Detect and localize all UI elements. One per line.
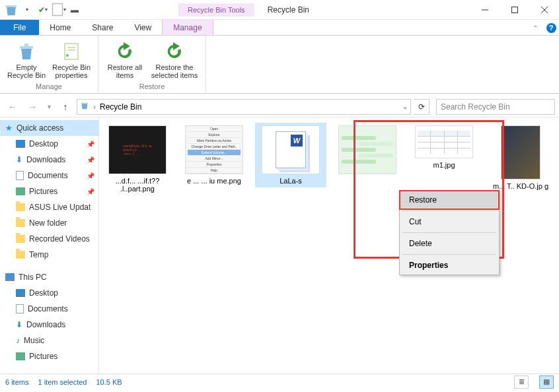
folder-icon [16, 235, 25, 243]
qat-dropdown-icon[interactable]: ▾ [20, 3, 34, 17]
file-label: LaLa-s [280, 177, 302, 185]
search-placeholder: Search Recycle Bin [441, 102, 510, 112]
tab-view[interactable]: View [124, 20, 162, 35]
downloads-icon: ⬇ [16, 320, 22, 329]
close-button[interactable] [529, 0, 559, 20]
pc-icon [5, 273, 15, 281]
restore-all-button[interactable]: Restore all items [104, 38, 146, 81]
status-item-count: 6 items [5, 378, 28, 386]
file-thumb [415, 125, 473, 158]
empty-bin-icon [16, 41, 37, 62]
restore-selected-button[interactable]: Restore the selected items [149, 38, 200, 81]
tab-file[interactable]: File [0, 20, 39, 35]
file-thumb: user@host:~$ ls -la drwxr-x 2 ... -rw-r-… [108, 125, 167, 174]
status-selected: 1 item selected [38, 378, 87, 386]
file-item-6[interactable]: m... T.. KD-O.jp g [485, 123, 556, 193]
sidebar-item-recordedvideos[interactable]: Recorded Videos [0, 231, 98, 247]
file-item-2[interactable]: OpenExploreMark Partition as ActiveChang… [178, 123, 250, 187]
navbar: ← → ▾ ↑ › Recycle Bin ⌄ ⟳ Search Recycle… [0, 96, 559, 117]
content-pane[interactable]: user@host:~$ ls -la drwxr-x 2 ... -rw-r-… [99, 117, 559, 374]
sidebar-label: Pictures [29, 352, 57, 361]
ribbon: Empty Recycle Bin Recycle Bin properties… [0, 36, 559, 94]
qat-customize-icon[interactable]: ▬ [67, 3, 82, 17]
sidebar-item-temp[interactable]: Temp [0, 247, 98, 263]
sidebar-label: Pictures [29, 187, 57, 196]
empty-recycle-bin-button[interactable]: Empty Recycle Bin [5, 38, 48, 81]
sidebar-item-downloads[interactable]: ⬇Downloads📌 [0, 152, 98, 168]
context-cut[interactable]: Cut [400, 212, 499, 231]
sidebar-item-documents[interactable]: Documents📌 [0, 168, 98, 183]
sidebar-item-pc-desktop[interactable]: Desktop [0, 285, 98, 301]
sidebar-item-desktop[interactable]: Desktop📌 [0, 136, 98, 152]
documents-icon [16, 171, 24, 180]
minimize-button[interactable] [470, 0, 500, 20]
sidebar-this-pc[interactable]: This PC [0, 269, 98, 285]
main-area: ★ Quick access Desktop📌 ⬇Downloads📌 Docu… [0, 117, 559, 374]
file-thumb: OpenExploreMark Partition as ActiveChang… [185, 125, 243, 174]
ribbon-tabs: File Home Share View Manage ⌃ ? [0, 20, 559, 36]
nav-back-button[interactable]: ← [4, 98, 21, 115]
qat-blank-icon[interactable]: ▾ [52, 3, 66, 17]
sidebar-item-pc-pictures[interactable]: Pictures [0, 348, 98, 364]
window-title: Recycle Bin [268, 5, 309, 15]
context-separator [402, 211, 496, 211]
window-controls [470, 0, 559, 20]
properties-icon [61, 41, 82, 62]
sidebar-item-newfolder[interactable]: New folder [0, 215, 98, 231]
star-icon: ★ [5, 123, 13, 133]
sidebar-item-pc-downloads[interactable]: ⬇Downloads [0, 317, 98, 333]
nav-forward-button[interactable]: → [24, 98, 41, 115]
view-large-icons-button[interactable]: ▦ [539, 376, 554, 389]
qat-check-icon[interactable]: ✔▾ [36, 3, 50, 17]
nav-recent-dropdown[interactable]: ▾ [44, 98, 54, 115]
collapse-ribbon-icon[interactable]: ⌃ [527, 20, 543, 36]
sidebar-label: This PC [19, 273, 47, 282]
address-bar[interactable]: › Recycle Bin ⌄ [77, 99, 411, 115]
desktop-icon [16, 140, 25, 148]
maximize-button[interactable] [500, 0, 529, 20]
nav-up-button[interactable]: ↑ [57, 98, 74, 115]
music-icon: ♪ [16, 336, 20, 345]
sidebar-item-pictures[interactable]: Pictures📌 [0, 183, 98, 199]
file-label: ...d.f... ...if.t?? .l..part.png [104, 177, 170, 193]
context-separator [402, 232, 496, 233]
search-input[interactable]: Search Recycle Bin [436, 99, 555, 115]
sidebar-item-pc-documents[interactable]: Documents [0, 301, 98, 317]
file-thumb [501, 125, 540, 180]
context-delete[interactable]: Delete [400, 234, 499, 253]
recycle-bin-properties-button[interactable]: Recycle Bin properties [50, 38, 93, 81]
file-item-4[interactable] [332, 123, 403, 180]
file-label: m1.jpg [433, 161, 455, 169]
help-icon[interactable]: ? [543, 20, 559, 36]
file-thumb: W [262, 125, 320, 174]
tab-manage[interactable]: Manage [162, 20, 213, 35]
refresh-button[interactable]: ⟳ [414, 99, 429, 115]
sidebar-item-pc-music[interactable]: ♪Music [0, 333, 98, 348]
file-item-3-selected[interactable]: W LaLa-s [255, 123, 326, 187]
pin-icon: 📌 [87, 141, 94, 148]
sidebar-item-asus[interactable]: ASUS Live Updat [0, 199, 98, 215]
documents-icon [16, 304, 24, 313]
file-items: user@host:~$ ls -la drwxr-x 2 ... -rw-r-… [102, 123, 556, 195]
svg-rect-6 [65, 44, 78, 59]
file-item-1[interactable]: user@host:~$ ls -la drwxr-x 2 ... -rw-r-… [102, 123, 173, 195]
status-bar: 6 items 1 item selected 10.5 KB ≣ ▦ [0, 374, 559, 389]
sidebar-label: Documents [28, 171, 68, 180]
sidebar-quick-access[interactable]: ★ Quick access [0, 120, 98, 136]
tab-home[interactable]: Home [39, 20, 81, 35]
file-item-5[interactable]: m1.jpg [408, 123, 480, 172]
ribbon-group-manage-label: Manage [5, 81, 93, 92]
svg-point-9 [66, 54, 69, 57]
ribbon-group-restore: Restore all items Restore the selected i… [98, 36, 206, 93]
view-details-button[interactable]: ≣ [514, 376, 529, 389]
address-location: Recycle Bin [100, 102, 141, 112]
context-restore[interactable]: Restore [400, 191, 499, 209]
recycle-bin-icon[interactable] [4, 3, 19, 17]
context-properties[interactable]: Properties [400, 256, 499, 275]
contextual-tab-header: Recycle Bin Tools [178, 3, 254, 16]
status-size: 10.5 KB [96, 378, 122, 386]
address-dropdown-icon[interactable]: ⌄ [402, 103, 408, 110]
sidebar-label: New folder [29, 218, 67, 228]
tab-share[interactable]: Share [81, 20, 124, 35]
pin-icon: 📌 [87, 188, 94, 195]
